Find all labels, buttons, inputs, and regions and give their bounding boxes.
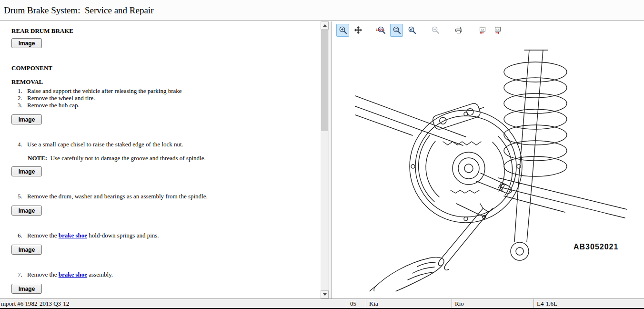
next-image-icon [493, 26, 502, 34]
status-cell-model: Rio [452, 299, 533, 308]
step-number: 5. [18, 193, 27, 200]
step-text: Remove the hub cap. [27, 102, 316, 109]
image-button[interactable]: Image [11, 38, 42, 48]
status-bar: mport #6 1982-2013 Q3-12 05 Kia Rio L4-1… [0, 299, 644, 308]
main-split: REAR DRUM BRAKE Image COMPONENT REMOVAL … [0, 21, 644, 299]
step-text-suffix: hold-down springs and pins. [87, 232, 159, 239]
document-content: REAR DRUM BRAKE Image COMPONENT REMOVAL … [0, 21, 321, 299]
page-title: Drum Brake System: Service and Repair [0, 0, 644, 16]
title-bar: Drum Brake System: Service and Repair [0, 0, 644, 21]
note-line: NOTE: Use carefully not to damage the gr… [28, 154, 316, 162]
step-number: 7. [18, 271, 27, 278]
zoom-100-icon [377, 26, 386, 34]
step-number: 1. [18, 87, 27, 94]
component-heading: COMPONENT [11, 64, 316, 72]
figure-area: AB3052021 [332, 39, 644, 299]
step-text: Remove the drum, washer and bearings as … [27, 193, 316, 200]
zoom-100-button[interactable]: 100% [375, 24, 388, 37]
document-pane: REAR DRUM BRAKE Image COMPONENT REMOVAL … [0, 21, 329, 299]
step-text: Remove the wheel and tire. [27, 94, 316, 102]
step-text: Use a small cape chisel to raise the sta… [27, 141, 316, 148]
printer-icon [454, 26, 463, 34]
pan-button[interactable] [352, 24, 364, 37]
fit-window-icon [392, 26, 401, 34]
step-number: 3. [18, 102, 27, 109]
zoom-region-button[interactable] [405, 24, 418, 37]
removal-step-3: 3. Remove the hub cap. [11, 102, 316, 109]
brake-shoe-link[interactable]: brake shoe [59, 271, 87, 278]
step-text-prefix: Remove the [27, 271, 59, 278]
note-label: NOTE: [28, 154, 47, 162]
pan-icon [354, 26, 362, 34]
viewer-toolbar: 100% [336, 23, 503, 37]
scroll-up-button[interactable] [321, 21, 329, 30]
image-button[interactable]: Image [11, 166, 42, 176]
section-heading: REAR DRUM BRAKE [11, 27, 316, 34]
figure-label: AB3052021 [574, 243, 618, 251]
zoom-in-button[interactable] [336, 24, 349, 37]
status-cell-engine: L4-1.6L [533, 299, 644, 308]
removal-step-1: 1. Raise and support the vehicle after r… [11, 87, 316, 94]
removal-step-5: 5. Remove the drum, washer and bearings … [11, 193, 316, 200]
fit-window-button[interactable] [390, 24, 403, 37]
step-text-prefix: Remove the [27, 232, 59, 239]
app-window: Drum Brake System: Service and Repair RE… [0, 0, 644, 309]
status-cell-make: Kia [366, 299, 452, 308]
step-number: 4. [18, 141, 27, 148]
up-arrow-icon [323, 24, 327, 27]
down-arrow-icon [323, 293, 327, 296]
step-text: Remove the brake shoe assembly. [27, 271, 316, 278]
step-text: Remove the brake shoe hold-down springs … [27, 232, 316, 239]
previous-image-icon [478, 26, 486, 34]
doc-scrollbar[interactable] [321, 21, 329, 299]
removal-step-6: 6. Remove the brake shoe hold-down sprin… [11, 232, 316, 239]
removal-heading: REMOVAL [11, 78, 316, 85]
status-cell-database: mport #6 1982-2013 Q3-12 [0, 299, 347, 308]
image-button[interactable]: Image [11, 114, 42, 124]
image-button[interactable]: Image [11, 206, 42, 216]
zoom-out-button[interactable] [429, 24, 442, 37]
step-number: 6. [18, 232, 27, 239]
note-text: Use carefully not to damage the groove a… [47, 154, 205, 162]
step-number: 2. [18, 94, 27, 102]
removal-step-2: 2. Remove the wheel and tire. [11, 94, 316, 102]
previous-image-button[interactable] [475, 24, 488, 37]
step-text-suffix: assembly. [87, 271, 113, 278]
scrollbar-thumb[interactable] [321, 30, 328, 131]
drum-brake-figure [341, 43, 644, 291]
status-cell-year: 05 [347, 299, 366, 308]
scroll-down-button[interactable] [321, 290, 329, 299]
zoom-region-icon [408, 26, 416, 34]
brake-shoe-link[interactable]: brake shoe [59, 232, 87, 239]
removal-step-4: 4. Use a small cape chisel to raise the … [11, 141, 316, 148]
image-button[interactable]: Image [11, 284, 42, 294]
image-button[interactable]: Image [11, 245, 42, 255]
image-viewer-pane: 100% [332, 21, 644, 299]
step-text: Raise and support the vehicle after rele… [27, 87, 316, 94]
zoom-in-icon [339, 26, 347, 34]
zoom-out-icon [431, 26, 440, 34]
removal-step-7: 7. Remove the brake shoe assembly. [11, 271, 316, 278]
print-button[interactable] [452, 24, 465, 37]
next-image-button[interactable] [491, 24, 503, 37]
